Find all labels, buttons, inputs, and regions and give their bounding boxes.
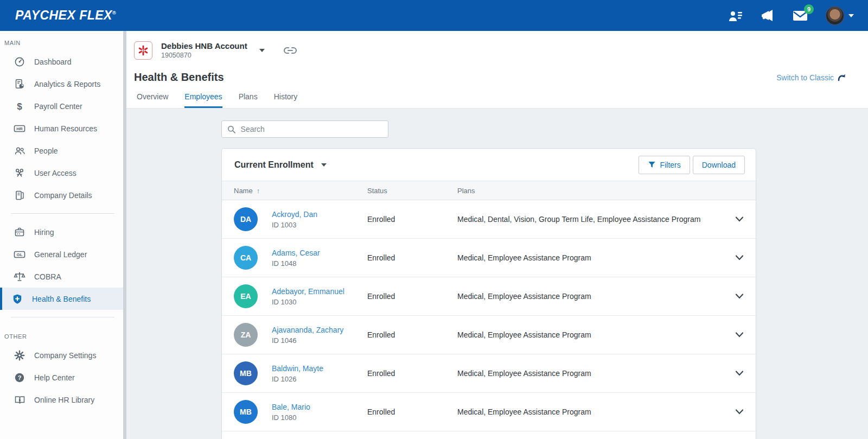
user-avatar [825, 6, 845, 26]
row-expand-chevron-icon[interactable] [723, 370, 756, 377]
account-name: Debbies HNB Account [161, 41, 247, 51]
employee-cell: ZAAjavananda, ZacharyID 1046 [222, 323, 367, 347]
row-expand-chevron-icon[interactable] [723, 409, 756, 415]
dollar-icon: $ [14, 101, 25, 112]
enrollment-status: Enrolled [367, 253, 457, 262]
account-dropdown-caret[interactable] [259, 49, 265, 52]
table-row: MBBale, MarioID 1080EnrolledMedical, Emp… [222, 393, 756, 431]
sidebar-item-user-access[interactable]: User Access [0, 162, 123, 184]
employee-name-link[interactable]: Ackroyd, Dan [272, 209, 317, 220]
sidebar-item-label: Help Center [34, 373, 75, 382]
sidebar-item-label: Company Details [34, 191, 92, 200]
sidebar-item-general-ledger[interactable]: GLGeneral Ledger [0, 243, 123, 265]
sidebar-item-dashboard[interactable]: Dashboard [0, 50, 123, 73]
employee-name-link[interactable]: Ajavananda, Zachary [272, 325, 343, 335]
gl-badge-icon: GL [14, 249, 25, 260]
sidebar-item-label: User Access [34, 169, 76, 177]
employee-id: ID 1030 [272, 297, 344, 307]
sidebar-divider [11, 213, 114, 214]
title-row: Health & Benefits Switch to Classic [134, 71, 846, 84]
employee-avatar: DA [234, 207, 258, 231]
search-input[interactable] [241, 125, 382, 133]
svg-text:?: ? [18, 374, 22, 381]
switch-to-classic-link[interactable]: Switch to Classic [776, 73, 846, 82]
employee-id: ID 1048 [272, 258, 320, 269]
plans-list: Medical, Employee Assistance Program [457, 253, 723, 262]
column-header-status[interactable]: Status [367, 187, 457, 195]
employee-table-body: DAAckroyd, DanID 1003EnrolledMedical, De… [222, 200, 756, 431]
filters-button[interactable]: Filters [639, 156, 690, 174]
employee-name-link[interactable]: Adebayor, Emmanuel [272, 286, 344, 297]
employee-cell: DAAckroyd, DanID 1003 [222, 207, 367, 231]
report-icon [14, 79, 25, 90]
sidebar-item-hiring[interactable]: Hiring [0, 221, 123, 243]
column-header-plans[interactable]: Plans [457, 187, 723, 195]
sidebar-item-help-center[interactable]: ?Help Center [0, 366, 123, 389]
employee-cell: MBBaldwin, MayteID 1026 [222, 361, 367, 385]
tab-employees[interactable]: Employees [184, 92, 222, 108]
employee-avatar: ZA [234, 323, 258, 347]
search-box[interactable] [221, 120, 388, 138]
column-header-name[interactable]: Name ↑ [222, 187, 367, 195]
employee-avatar: CA [234, 246, 258, 270]
enrollment-card-header: Current Enrollment Filters Download [222, 149, 756, 181]
sidebar-item-payroll-center[interactable]: $Payroll Center [0, 95, 123, 117]
row-expand-chevron-icon[interactable] [723, 216, 756, 222]
tab-overview[interactable]: Overview [137, 92, 168, 108]
row-expand-chevron-icon[interactable] [723, 293, 756, 300]
sidebar-item-cobra[interactable]: COBRA [0, 265, 123, 288]
employee-avatar: EA [234, 284, 258, 308]
paychex-flex-logo: PAYCHEX FLEX® [15, 8, 116, 23]
link-icon[interactable] [283, 45, 297, 56]
table-row: ZAAjavananda, ZacharyID 1046EnrolledMedi… [222, 316, 756, 354]
employee-name-link[interactable]: Adams, Cesar [272, 247, 320, 258]
card-header-buttons: Filters Download [639, 156, 745, 174]
content-area: Current Enrollment Filters Download [126, 109, 868, 439]
topbar-icon-group: 9 [727, 6, 854, 26]
book-icon [14, 395, 25, 405]
employee-id: ID 1046 [272, 335, 343, 346]
company-icon [14, 190, 25, 201]
chevron-down-icon [848, 14, 854, 17]
view-selector-caret [321, 163, 327, 167]
plans-list: Medical, Employee Assistance Program [457, 292, 723, 301]
sidebar-item-online-hr-library[interactable]: Online HR Library [0, 389, 123, 411]
enrollment-card: Current Enrollment Filters Download [221, 148, 756, 439]
account-info: Debbies HNB Account 19050870 [161, 41, 247, 60]
row-expand-chevron-icon[interactable] [723, 255, 756, 261]
curved-arrow-icon [838, 73, 846, 81]
sidebar-item-company-settings[interactable]: Company Settings [0, 344, 123, 366]
sidebar-item-label: Online HR Library [34, 396, 94, 404]
paychex-flex-app: PAYCHEX FLEX® [0, 0, 868, 439]
sidebar-item-people[interactable]: People [0, 139, 123, 162]
employee-cell: CAAdams, CesarID 1048 [222, 246, 367, 270]
tab-plans[interactable]: Plans [239, 92, 258, 108]
sidebar-item-health-benefits[interactable]: Health & Benefits [0, 288, 123, 310]
account-number: 19050870 [161, 51, 247, 60]
employee-cell: EAAdebayor, EmmanuelID 1030 [222, 284, 367, 308]
employee-name-link[interactable]: Bale, Mario [272, 402, 310, 412]
employee-id: ID 1026 [272, 374, 323, 384]
gauge-icon [14, 56, 25, 67]
sidebar-item-label: General Ledger [34, 250, 87, 259]
star-of-life-icon [134, 41, 152, 60]
employee-name-link[interactable]: Baldwin, Mayte [272, 363, 323, 374]
tab-history[interactable]: History [274, 92, 298, 108]
view-selector[interactable]: Current Enrollment [234, 160, 327, 170]
mail-icon[interactable]: 9 [793, 9, 809, 23]
megaphone-icon[interactable] [760, 9, 776, 23]
sidebar-item-human-resources[interactable]: HRHuman Resources [0, 117, 123, 139]
download-button[interactable]: Download [693, 156, 745, 174]
sidebar-item-label: Human Resources [34, 124, 97, 133]
sidebar-item-company-details[interactable]: Company Details [0, 184, 123, 206]
svg-text:GL: GL [16, 252, 22, 257]
user-menu[interactable] [825, 6, 854, 26]
directory-icon[interactable] [727, 9, 744, 23]
search-icon [227, 125, 236, 134]
row-expand-chevron-icon[interactable] [723, 332, 756, 338]
question-icon: ? [14, 372, 25, 383]
sidebar-item-analytics-reports[interactable]: Analytics & Reports [0, 73, 123, 95]
table-row: EAAdebayor, EmmanuelID 1030EnrolledMedic… [222, 277, 756, 316]
svg-text:$: $ [17, 101, 22, 111]
briefcase-icon [14, 227, 25, 238]
